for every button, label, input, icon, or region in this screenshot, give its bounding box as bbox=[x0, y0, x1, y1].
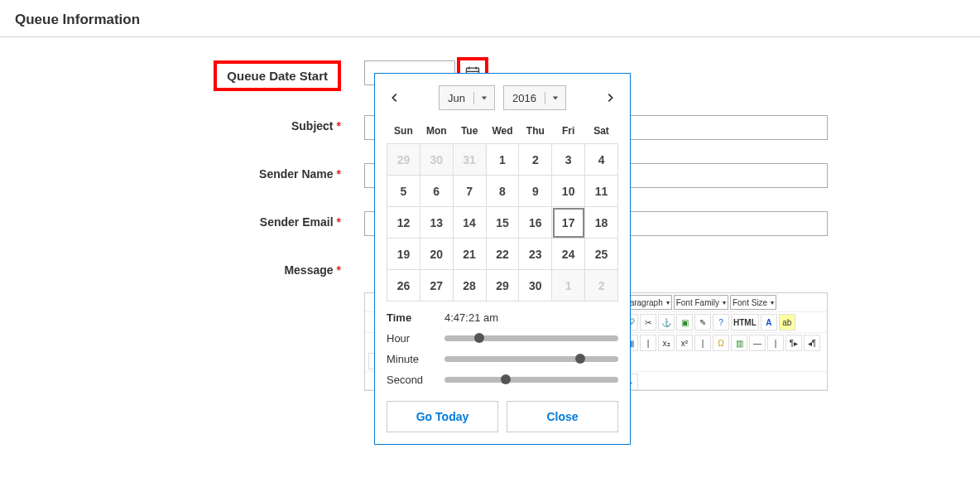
time-display: Time 4:47:21 am bbox=[387, 311, 618, 324]
year-value: 2016 bbox=[504, 92, 545, 104]
day-cell[interactable]: 5 bbox=[387, 176, 420, 207]
year-select[interactable]: 2016 bbox=[503, 85, 566, 110]
chevron-left-icon bbox=[389, 92, 401, 104]
special-char-icon[interactable]: Ω bbox=[713, 335, 729, 351]
minute-thumb[interactable] bbox=[575, 354, 585, 364]
day-cell[interactable]: 3 bbox=[552, 144, 585, 176]
font-size-select[interactable]: Font Size▾ bbox=[730, 295, 776, 310]
day-cell[interactable]: 12 bbox=[387, 207, 420, 239]
day-cell[interactable]: 24 bbox=[552, 239, 585, 270]
day-cell[interactable]: 4 bbox=[585, 144, 618, 176]
font-family-select[interactable]: Font Family▾ bbox=[674, 295, 728, 310]
day-cell[interactable]: 28 bbox=[453, 270, 486, 301]
ltr-icon[interactable]: ¶▸ bbox=[785, 335, 802, 351]
close-button[interactable]: Close bbox=[507, 401, 618, 414]
second-thumb[interactable] bbox=[501, 374, 511, 384]
dow-tue: Tue bbox=[453, 118, 486, 144]
queue-date-start-label-highlight: Queue Date Start bbox=[214, 60, 341, 91]
dow-fri: Fri bbox=[552, 118, 585, 144]
day-cell[interactable]: 2 bbox=[519, 144, 552, 176]
hour-label: Hour bbox=[387, 332, 444, 345]
month-value: Jun bbox=[440, 92, 474, 104]
day-cell[interactable]: 19 bbox=[387, 239, 420, 270]
html-source-button[interactable]: HTML bbox=[731, 314, 759, 330]
anchor-icon[interactable]: ⚓ bbox=[658, 314, 675, 330]
hour-slider[interactable] bbox=[444, 335, 618, 341]
day-cell[interactable]: 15 bbox=[486, 207, 519, 239]
day-cell[interactable]: 27 bbox=[420, 270, 453, 301]
minute-label: Minute bbox=[387, 353, 444, 365]
divider: | bbox=[767, 335, 784, 351]
chevron-down-icon bbox=[481, 94, 488, 101]
day-cell: 29 bbox=[387, 144, 420, 176]
required-asterisk: * bbox=[337, 215, 341, 229]
time-label: Time bbox=[387, 311, 444, 324]
unlink-icon[interactable]: ✂ bbox=[640, 314, 656, 330]
bg-color-icon[interactable]: ab bbox=[779, 314, 795, 330]
divider: | bbox=[640, 335, 656, 351]
day-cell[interactable]: 20 bbox=[420, 239, 453, 270]
divider: | bbox=[694, 335, 711, 351]
second-slider-row: Second bbox=[387, 374, 618, 386]
svg-marker-12 bbox=[482, 96, 487, 99]
day-cell[interactable]: 7 bbox=[453, 176, 486, 207]
next-month-button[interactable] bbox=[602, 89, 618, 106]
dow-thu: Thu bbox=[519, 118, 552, 144]
day-cell: 1 bbox=[552, 270, 585, 301]
required-asterisk: * bbox=[337, 263, 341, 277]
day-cell[interactable]: 14 bbox=[453, 207, 486, 239]
second-label: Second bbox=[387, 374, 444, 386]
hr-icon[interactable]: — bbox=[749, 335, 766, 351]
month-select[interactable]: Jun bbox=[439, 85, 495, 110]
day-cell[interactable]: 21 bbox=[453, 239, 486, 270]
help-icon[interactable]: ? bbox=[713, 314, 729, 330]
subject-label: Subject bbox=[291, 119, 334, 133]
day-cell[interactable]: 30 bbox=[519, 270, 552, 301]
image-icon[interactable]: ▣ bbox=[676, 314, 693, 330]
dow-sun: Sun bbox=[387, 118, 420, 144]
second-slider[interactable] bbox=[444, 377, 618, 383]
day-cell[interactable]: 25 bbox=[585, 239, 618, 270]
calendar-grid: SunMonTueWedThuFriSat 293031123456789101… bbox=[387, 118, 618, 301]
day-cell: 30 bbox=[420, 144, 453, 176]
sender-email-label: Sender Email bbox=[260, 215, 334, 229]
day-cell[interactable]: 29 bbox=[486, 270, 519, 301]
dow-mon: Mon bbox=[420, 118, 453, 144]
day-cell[interactable]: 9 bbox=[519, 176, 552, 207]
day-cell[interactable]: 18 bbox=[585, 207, 618, 239]
day-cell: 2 bbox=[585, 270, 618, 301]
day-cell[interactable]: 17 bbox=[552, 207, 585, 239]
chevron-right-icon bbox=[604, 92, 616, 104]
day-cell: 31 bbox=[453, 144, 486, 176]
day-cell[interactable]: 10 bbox=[552, 176, 585, 207]
clean-icon[interactable]: ✎ bbox=[694, 314, 711, 330]
minute-slider[interactable] bbox=[444, 356, 618, 362]
subscript-icon[interactable]: x₂ bbox=[658, 335, 675, 351]
page-title: Queue Information bbox=[0, 0, 980, 37]
text-color-icon[interactable]: A bbox=[761, 314, 777, 330]
svg-marker-13 bbox=[553, 96, 558, 99]
datepicker-popup: Jun 2016 SunMonTueWedThuFriSat 293031123… bbox=[374, 73, 631, 414]
hour-thumb[interactable] bbox=[474, 333, 484, 343]
chevron-down-icon bbox=[552, 94, 559, 101]
day-cell[interactable]: 22 bbox=[486, 239, 519, 270]
day-cell[interactable]: 16 bbox=[519, 207, 552, 239]
superscript-icon[interactable]: x² bbox=[676, 335, 693, 351]
day-cell[interactable]: 13 bbox=[420, 207, 453, 239]
dow-wed: Wed bbox=[486, 118, 519, 144]
rtl-icon[interactable]: ◂¶ bbox=[804, 335, 820, 351]
day-cell[interactable]: 23 bbox=[519, 239, 552, 270]
dow-sat: Sat bbox=[585, 118, 618, 144]
required-asterisk: * bbox=[337, 167, 341, 181]
go-today-button[interactable]: Go Today bbox=[387, 401, 498, 414]
day-cell[interactable]: 1 bbox=[486, 144, 519, 176]
day-cell[interactable]: 11 bbox=[585, 176, 618, 207]
day-cell[interactable]: 8 bbox=[486, 176, 519, 207]
time-value: 4:47:21 am bbox=[444, 311, 498, 324]
sender-name-label: Sender Name bbox=[259, 167, 333, 181]
day-cell[interactable]: 26 bbox=[387, 270, 420, 301]
message-label: Message bbox=[284, 263, 333, 277]
prev-month-button[interactable] bbox=[387, 89, 403, 106]
day-cell[interactable]: 6 bbox=[420, 176, 453, 207]
layout-icon[interactable]: ▥ bbox=[731, 335, 747, 351]
